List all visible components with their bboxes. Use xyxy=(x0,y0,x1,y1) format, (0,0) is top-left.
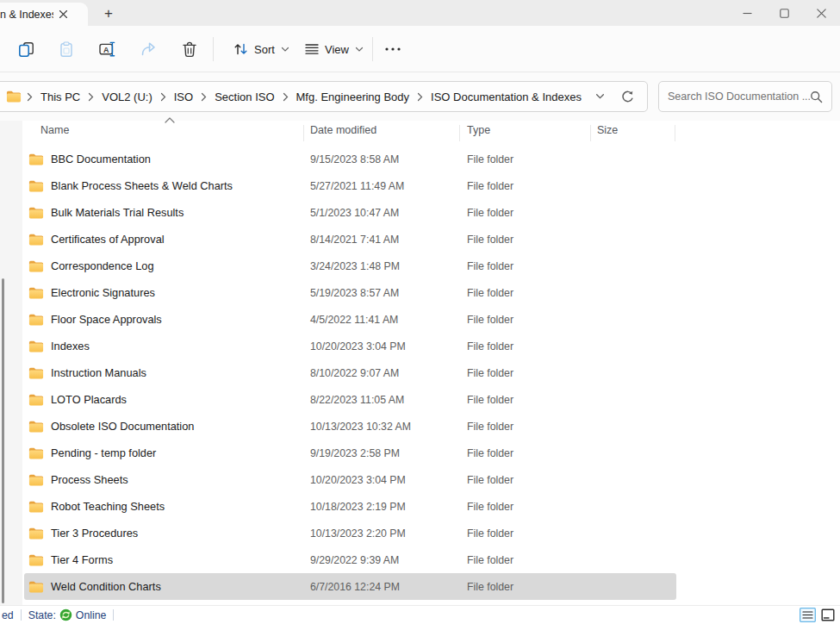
chevron-down-icon xyxy=(355,47,364,53)
close-button[interactable] xyxy=(802,0,840,26)
file-name: Pending - temp folder xyxy=(51,446,156,459)
address-bar[interactable]: This PCVOL2 (U:)ISOSection ISOMfg. Engin… xyxy=(0,81,648,112)
column-divider[interactable] xyxy=(675,125,675,141)
file-row[interactable]: Instruction Manuals8/10/2022 9:07 AMFile… xyxy=(24,359,676,386)
sort-dropdown[interactable]: Sort xyxy=(226,34,297,65)
column-header-name[interactable]: Name xyxy=(40,124,69,136)
active-tab[interactable]: n & Indexes xyxy=(0,3,88,26)
view-label: View xyxy=(325,43,349,56)
details-view-toggle[interactable] xyxy=(800,608,816,622)
paste-button-disabled[interactable] xyxy=(51,34,82,65)
tab-title: n & Indexes xyxy=(0,9,53,21)
file-row[interactable]: Tier 4 Forms9/29/2022 9:39 AMFile folder xyxy=(24,546,676,573)
breadcrumb-item-mfg-engineering-body[interactable]: Mfg. Engineering Body xyxy=(290,88,416,106)
file-date-modified: 8/22/2023 11:05 AM xyxy=(310,394,404,406)
breadcrumb-chevron-icon[interactable] xyxy=(415,92,425,102)
column-divider[interactable] xyxy=(303,125,304,141)
file-row[interactable]: Floor Space Approvals4/5/2022 11:41 AMFi… xyxy=(24,306,676,333)
column-divider[interactable] xyxy=(590,125,591,141)
file-name: Obsolete ISO Documentation xyxy=(51,420,194,433)
chevron-down-icon xyxy=(281,47,289,53)
file-row[interactable]: Certificates of Approval8/14/2021 7:41 A… xyxy=(24,226,676,253)
breadcrumb-chevron-icon[interactable] xyxy=(199,92,208,102)
file-row[interactable]: BBC Documentation9/15/2023 8:58 AMFile f… xyxy=(24,146,676,172)
file-name-cell: Pending - temp folder xyxy=(28,446,156,459)
breadcrumb-chevron-icon[interactable] xyxy=(25,92,34,102)
file-row[interactable]: Obsolete ISO Documentation10/13/2023 10:… xyxy=(24,413,676,440)
breadcrumb-item-section-iso[interactable]: Section ISO xyxy=(208,88,280,106)
file-name-cell: Electronic Signatures xyxy=(28,286,155,299)
navigation-pane-edge xyxy=(0,121,22,605)
breadcrumb-chevron-icon[interactable] xyxy=(159,92,168,102)
file-date-modified: 6/7/2016 12:24 PM xyxy=(310,581,400,593)
file-name-cell: Robot Teaching Sheets xyxy=(28,500,165,513)
minimize-button[interactable] xyxy=(728,0,766,26)
column-header-row: Name Date modified Type Size xyxy=(24,122,817,145)
file-row[interactable]: Tier 3 Procedures10/13/2023 2:20 PMFile … xyxy=(24,520,676,546)
folder-icon xyxy=(28,207,44,219)
breadcrumb-item-iso-documentation-indexes[interactable]: ISO Documentation & Indexes xyxy=(425,88,588,106)
file-type: File folder xyxy=(467,180,513,192)
file-type: File folder xyxy=(467,554,513,566)
file-row[interactable]: Electronic Signatures5/19/2023 8:57 AMFi… xyxy=(24,279,676,306)
file-date-modified: 10/18/2023 2:19 PM xyxy=(310,501,406,513)
file-name: Floor Space Approvals xyxy=(51,313,162,326)
file-row[interactable]: Robot Teaching Sheets10/18/2023 2:19 PMF… xyxy=(24,493,676,520)
search-input[interactable] xyxy=(668,90,810,103)
maximize-icon xyxy=(780,9,789,18)
file-row[interactable]: Indexes10/20/2023 3:04 PMFile folder xyxy=(24,333,676,359)
maximize-button[interactable] xyxy=(765,0,803,26)
file-name: Tier 3 Procedures xyxy=(51,527,138,540)
view-dropdown[interactable]: View xyxy=(297,34,371,65)
file-row[interactable]: Correspondence Log3/24/2023 1:48 PMFile … xyxy=(24,253,676,279)
more-options-button[interactable] xyxy=(377,34,408,65)
paste-icon xyxy=(59,41,74,58)
column-header-type[interactable]: Type xyxy=(467,124,490,136)
file-date-modified: 10/13/2023 10:32 AM xyxy=(310,421,411,433)
file-row[interactable]: Blank Process Sheets & Weld Charts5/27/2… xyxy=(24,172,676,199)
thumbnail-view-toggle[interactable] xyxy=(821,608,835,621)
file-name: Instruction Manuals xyxy=(51,366,146,379)
refresh-icon[interactable] xyxy=(620,90,635,104)
breadcrumb-item-iso[interactable]: ISO xyxy=(168,88,199,106)
breadcrumb-chevron-icon[interactable] xyxy=(86,92,96,102)
file-name: Blank Process Sheets & Weld Charts xyxy=(51,179,233,192)
file-type: File folder xyxy=(467,527,513,540)
file-row[interactable]: Weld Condition Charts6/7/2016 12:24 PMFi… xyxy=(24,573,676,600)
sort-icon xyxy=(233,42,248,56)
file-name: Certificates of Approval xyxy=(51,233,165,246)
column-header-size[interactable]: Size xyxy=(597,124,618,136)
copy-button[interactable] xyxy=(10,34,41,65)
file-date-modified: 5/1/2023 10:47 AM xyxy=(310,207,399,219)
tab-close-icon[interactable] xyxy=(55,7,71,22)
new-tab-button[interactable]: + xyxy=(96,4,121,23)
file-date-modified: 5/27/2021 11:49 AM xyxy=(310,180,404,192)
more-icon xyxy=(385,47,401,51)
rename-button[interactable]: A xyxy=(92,34,123,65)
file-type: File folder xyxy=(467,447,513,459)
file-name-cell: Obsolete ISO Documentation xyxy=(28,420,194,433)
search-box[interactable] xyxy=(658,81,832,112)
online-sync-icon xyxy=(59,608,72,621)
file-date-modified: 3/24/2023 1:48 PM xyxy=(310,260,400,272)
breadcrumb-item-vol2-u-[interactable]: VOL2 (U:) xyxy=(96,88,159,106)
file-date-modified: 9/19/2023 2:58 PM xyxy=(310,447,400,459)
column-divider[interactable] xyxy=(459,125,460,141)
vertical-scrollbar-thumb[interactable] xyxy=(2,278,4,603)
breadcrumb-item-this-pc[interactable]: This PC xyxy=(34,88,86,106)
file-row[interactable]: Process Sheets10/20/2023 3:04 PMFile fol… xyxy=(24,466,676,493)
folder-icon xyxy=(28,501,44,513)
breadcrumb-chevron-icon[interactable] xyxy=(281,92,290,102)
address-history-chevron-icon[interactable] xyxy=(595,93,605,100)
svg-text:A: A xyxy=(103,46,109,54)
share-button-disabled[interactable] xyxy=(133,34,164,65)
folder-icon xyxy=(28,367,44,379)
file-row[interactable]: Pending - temp folder9/19/2023 2:58 PMFi… xyxy=(24,440,676,466)
column-header-date-modified[interactable]: Date modified xyxy=(310,124,376,136)
delete-button[interactable] xyxy=(174,34,205,65)
file-row[interactable]: Bulk Materials Trial Results5/1/2023 10:… xyxy=(24,199,676,226)
file-name-cell: Weld Condition Charts xyxy=(28,580,161,593)
file-name-cell: LOTO Placards xyxy=(28,393,127,406)
file-type: File folder xyxy=(467,287,513,299)
file-row[interactable]: LOTO Placards8/22/2023 11:05 AMFile fold… xyxy=(24,386,676,413)
